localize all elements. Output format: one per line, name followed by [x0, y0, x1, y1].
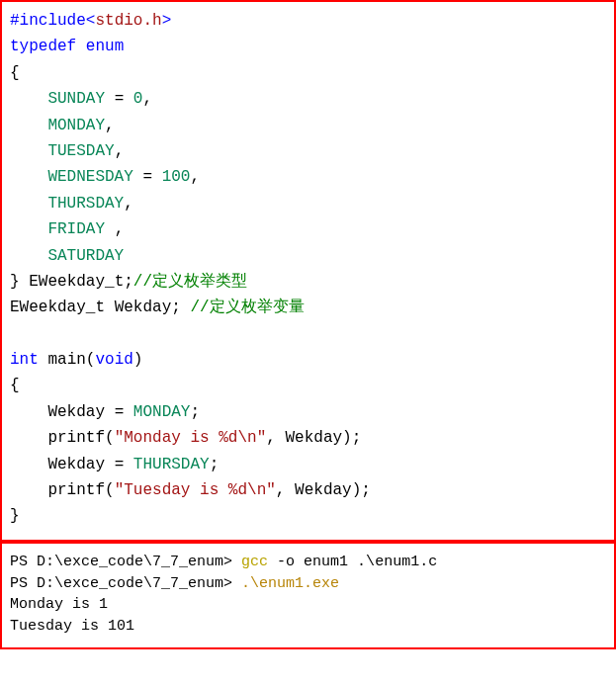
brace-open-main: { — [10, 377, 20, 394]
kw-enum: enum — [86, 38, 124, 55]
comment-var: //定义枚举变量 — [190, 299, 304, 316]
enum-friday: FRIDAY — [47, 220, 105, 238]
code-editor-panel: #include<stdio.h> typedef enum { SUNDAY … — [0, 0, 616, 542]
str-tuesday: "Tuesday is %d\n" — [115, 481, 276, 499]
punct-comma: , — [276, 481, 286, 499]
punct-comma: , — [115, 220, 125, 238]
punct-semi: ; — [361, 481, 371, 499]
punct-eq: = — [115, 90, 125, 108]
brace-close-main: } — [10, 507, 20, 525]
fn-printf2: printf — [47, 481, 105, 499]
punct-semi: ; — [190, 403, 200, 421]
enum-saturday: SATURDAY — [47, 247, 124, 265]
term-cmd-gcc: gcc — [241, 554, 268, 570]
enum-monday: MONDAY — [47, 117, 105, 134]
brace-close: } — [10, 273, 20, 291]
punct-paren: ( — [86, 351, 96, 369]
punct-comma: , — [105, 117, 115, 134]
term-prompt-path2: D:\exce_code\7_7_enum> — [37, 575, 232, 592]
punct-paren: ) — [352, 481, 362, 499]
enum-tuesday: TUESDAY — [47, 142, 114, 160]
punct-paren: ) — [342, 429, 352, 447]
punct-semi: ; — [171, 299, 181, 316]
kw-typedef: typedef — [10, 38, 76, 55]
punct-comma: , — [266, 429, 276, 447]
punct-paren: ( — [105, 481, 115, 499]
kw-void: void — [95, 351, 132, 369]
term-output-line1: Monday is 1 — [10, 596, 108, 613]
punct-paren: ( — [105, 429, 115, 447]
term-cmd-run: .\enum1.exe — [241, 575, 339, 592]
fn-main: main — [47, 351, 85, 369]
angle-open: < — [86, 12, 96, 30]
assign2-lhs: Wekday — [47, 456, 105, 473]
enum-thursday: THURSDAY — [47, 195, 124, 213]
screenshot-root: #include<stdio.h> typedef enum { SUNDAY … — [0, 0, 616, 649]
enum-sunday: SUNDAY — [47, 90, 105, 108]
assign1-rhs: MONDAY — [133, 403, 191, 421]
punct-eq: = — [115, 456, 125, 473]
fn-printf: printf — [47, 429, 105, 447]
term-prompt-ps2: PS — [10, 575, 37, 592]
term-output-line2: Tuesday is 101 — [10, 618, 134, 635]
preproc-include: #include — [10, 12, 86, 30]
assign2-rhs: THURSDAY — [133, 456, 210, 473]
num-hundred: 100 — [162, 168, 191, 186]
decl-var: Wekday — [115, 299, 172, 316]
punct-eq: = — [115, 403, 125, 421]
terminal-panel: PS D:\exce_code\7_7_enum> gcc -o enum1 .… — [0, 542, 616, 649]
kw-int: int — [10, 351, 39, 369]
punct-comma: , — [190, 168, 200, 186]
punct-semi: ; — [352, 429, 362, 447]
include-header: stdio.h — [95, 12, 161, 30]
brace-open: { — [10, 64, 20, 82]
punct-semi: ; — [124, 273, 133, 291]
punct-eq: = — [142, 168, 152, 186]
angle-close: > — [162, 12, 172, 30]
decl-type: EWeekday_t — [10, 299, 105, 316]
punct-semi: ; — [210, 456, 220, 473]
punct-comma: , — [142, 90, 152, 108]
punct-paren: ) — [133, 351, 143, 369]
term-prompt-ps: PS — [10, 554, 37, 570]
term-cmd-gcc-args: -o enum1 .\enum1.c — [277, 554, 437, 570]
enum-wednesday: WEDNESDAY — [47, 168, 132, 186]
term-prompt-path: D:\exce_code\7_7_enum> — [37, 554, 232, 570]
punct-comma: , — [115, 142, 125, 160]
comment-typedef: //定义枚举类型 — [133, 273, 247, 291]
printf-arg1: Wekday — [285, 429, 342, 447]
punct-comma: , — [124, 195, 133, 213]
str-monday: "Monday is %d\n" — [115, 429, 267, 447]
printf-arg2: Wekday — [295, 481, 352, 499]
typedef-name: EWeekday_t — [29, 273, 124, 291]
num-zero: 0 — [133, 90, 143, 108]
assign1-lhs: Wekday — [47, 403, 105, 421]
